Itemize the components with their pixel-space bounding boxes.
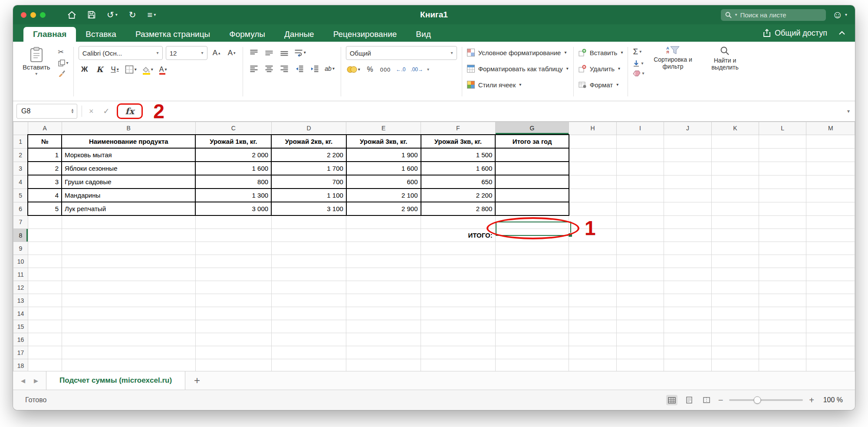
cell-F1[interactable]: Урожай 3кв, кг. bbox=[421, 135, 496, 148]
cell-M8[interactable] bbox=[806, 229, 855, 242]
cell-F16[interactable] bbox=[421, 333, 496, 346]
cell-I1[interactable] bbox=[616, 135, 664, 148]
column-header-G[interactable]: G bbox=[495, 122, 569, 135]
cell-K3[interactable] bbox=[711, 162, 759, 175]
add-sheet-button[interactable]: + bbox=[185, 371, 209, 390]
cell-E1[interactable]: Урожай 3кв, кг. bbox=[346, 135, 421, 148]
redo-button[interactable]: ↻ bbox=[129, 10, 136, 19]
cell-D3[interactable]: 1 700 bbox=[271, 162, 346, 175]
column-header-K[interactable]: K bbox=[711, 122, 759, 135]
search-input[interactable]: ▾ Поиск на листе bbox=[721, 9, 826, 21]
cell-M14[interactable] bbox=[806, 307, 855, 320]
cell-F10[interactable] bbox=[421, 255, 496, 268]
cell-G11[interactable] bbox=[495, 268, 569, 281]
cell-I15[interactable] bbox=[616, 320, 664, 333]
cell-K1[interactable] bbox=[711, 135, 759, 148]
cell-C6[interactable]: 3 000 bbox=[195, 202, 271, 215]
cell-K13[interactable] bbox=[711, 294, 759, 307]
close-button[interactable] bbox=[21, 12, 26, 18]
row-header-12[interactable]: 12 bbox=[13, 281, 28, 294]
ribbon-tab-5[interactable]: Данные bbox=[275, 27, 324, 42]
cell-D11[interactable] bbox=[271, 268, 346, 281]
align-top-button[interactable] bbox=[248, 46, 260, 59]
cell-D16[interactable] bbox=[271, 333, 346, 346]
row-header-17[interactable]: 17 bbox=[13, 346, 28, 359]
cell-K2[interactable] bbox=[711, 148, 759, 162]
cell-C7[interactable] bbox=[195, 215, 271, 229]
cancel-entry-button[interactable]: × bbox=[86, 106, 96, 116]
next-sheet-icon[interactable]: ▶ bbox=[34, 377, 38, 384]
cell-E2[interactable]: 1 900 bbox=[346, 148, 421, 162]
cell-D18[interactable] bbox=[271, 359, 346, 371]
comma-style-button[interactable]: 000 bbox=[379, 63, 392, 76]
cell-C9[interactable] bbox=[195, 242, 271, 255]
cell-B15[interactable] bbox=[62, 320, 195, 333]
cell-M16[interactable] bbox=[806, 333, 855, 346]
increase-indent-button[interactable] bbox=[309, 62, 321, 75]
cell-H14[interactable] bbox=[569, 307, 616, 320]
cell-I11[interactable] bbox=[616, 268, 664, 281]
cell-G18[interactable] bbox=[495, 359, 569, 371]
column-header-F[interactable]: F bbox=[421, 122, 496, 135]
cell-A11[interactable] bbox=[28, 268, 62, 281]
cell-F13[interactable] bbox=[421, 294, 496, 307]
cell-H2[interactable] bbox=[569, 148, 616, 162]
row-header-14[interactable]: 14 bbox=[13, 307, 28, 320]
cell-J4[interactable] bbox=[664, 175, 711, 189]
row-header-5[interactable]: 5 bbox=[13, 189, 28, 202]
cell-K12[interactable] bbox=[711, 281, 759, 294]
row-header-8[interactable]: 8 bbox=[13, 229, 28, 242]
column-header-C[interactable]: C bbox=[195, 122, 271, 135]
cell-L17[interactable] bbox=[759, 346, 806, 359]
cell-K11[interactable] bbox=[711, 268, 759, 281]
previous-sheet-icon[interactable]: ◀ bbox=[21, 377, 25, 384]
cell-D7[interactable] bbox=[271, 215, 346, 229]
sort-filter-button[interactable]: А Я Сортировка и фильтр bbox=[649, 46, 696, 98]
cell-J12[interactable] bbox=[664, 281, 711, 294]
cell-K4[interactable] bbox=[711, 175, 759, 189]
cell-I7[interactable] bbox=[616, 215, 664, 229]
cell-H9[interactable] bbox=[569, 242, 616, 255]
cell-M9[interactable] bbox=[806, 242, 855, 255]
cell-B13[interactable] bbox=[62, 294, 195, 307]
row-header-15[interactable]: 15 bbox=[13, 320, 28, 333]
cell-I6[interactable] bbox=[616, 202, 664, 215]
cell-M5[interactable] bbox=[806, 189, 855, 202]
cell-D9[interactable] bbox=[271, 242, 346, 255]
cell-M1[interactable] bbox=[806, 135, 855, 148]
ribbon-tab-1[interactable]: Главная bbox=[23, 27, 76, 42]
cell-C14[interactable] bbox=[195, 307, 271, 320]
cell-B14[interactable] bbox=[62, 307, 195, 320]
cell-G5[interactable] bbox=[495, 189, 569, 202]
align-right-button[interactable] bbox=[278, 62, 290, 75]
font-color-button[interactable]: А ▾ bbox=[157, 63, 169, 76]
cell-C2[interactable]: 2 000 bbox=[195, 148, 271, 162]
cell-B12[interactable] bbox=[62, 281, 195, 294]
cell-H17[interactable] bbox=[569, 346, 616, 359]
cell-I10[interactable] bbox=[616, 255, 664, 268]
cell-L8[interactable] bbox=[759, 229, 806, 242]
format-painter-button[interactable] bbox=[58, 70, 65, 77]
cell-G16[interactable] bbox=[495, 333, 569, 346]
cell-M13[interactable] bbox=[806, 294, 855, 307]
cell-B18[interactable] bbox=[62, 359, 195, 371]
cell-J14[interactable] bbox=[664, 307, 711, 320]
cell-K9[interactable] bbox=[711, 242, 759, 255]
cell-F14[interactable] bbox=[421, 307, 496, 320]
cell-G14[interactable] bbox=[495, 307, 569, 320]
cell-F18[interactable] bbox=[421, 359, 496, 371]
cell-F3[interactable]: 1 600 bbox=[421, 162, 496, 175]
delete-cells-button[interactable]: Удалить ▾ bbox=[579, 62, 623, 75]
select-all-corner[interactable] bbox=[13, 122, 28, 135]
cell-D8[interactable] bbox=[271, 229, 346, 242]
home-button[interactable] bbox=[67, 11, 76, 19]
cell-G17[interactable] bbox=[495, 346, 569, 359]
cell-B2[interactable]: Морковь мытая bbox=[62, 148, 195, 162]
cell-F11[interactable] bbox=[421, 268, 496, 281]
cell-B7[interactable] bbox=[62, 215, 195, 229]
autosum-button[interactable]: Σ ▾ bbox=[633, 47, 644, 56]
cell-A4[interactable]: 3 bbox=[28, 175, 62, 189]
row-header-6[interactable]: 6 bbox=[13, 202, 28, 215]
cell-F5[interactable]: 2 200 bbox=[421, 189, 496, 202]
cell-G10[interactable] bbox=[495, 255, 569, 268]
